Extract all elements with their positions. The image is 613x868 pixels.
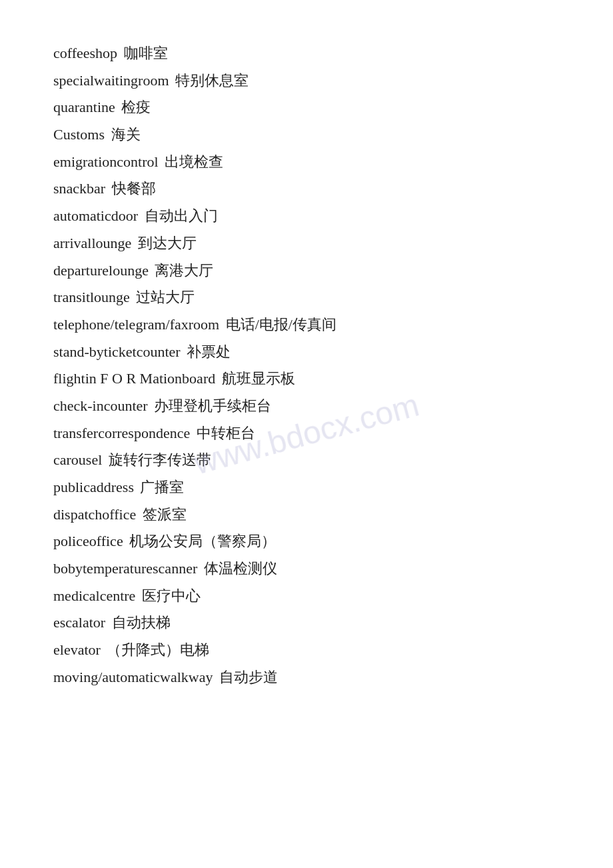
- english-term: elevator: [53, 641, 101, 658]
- list-item: automaticdoor 自动出入门: [53, 203, 560, 230]
- english-term: automaticdoor: [53, 207, 138, 224]
- chinese-translation: 特别休息室: [172, 72, 249, 89]
- chinese-translation: 快餐部: [108, 180, 156, 197]
- english-term: dispatchoffice: [53, 506, 136, 523]
- list-item: transitlounge 过站大厅: [53, 284, 560, 311]
- chinese-translation: 补票处: [183, 343, 231, 360]
- chinese-translation: 医疗中心: [138, 587, 201, 604]
- list-item: coffeeshop 咖啡室: [53, 40, 560, 67]
- list-item: quarantine 检疫: [53, 94, 560, 121]
- english-term: stand-byticketcounter: [53, 343, 181, 360]
- list-item: dispatchoffice 签派室: [53, 501, 560, 529]
- chinese-translation: 航班显示板: [218, 370, 295, 387]
- english-term: medicalcentre: [53, 587, 135, 604]
- list-item: Customs 海关: [53, 121, 560, 149]
- list-item: telephone/telegram/faxroom 电话/电报/传真间: [53, 311, 560, 339]
- english-term: carousel: [53, 451, 102, 468]
- english-term: escalator: [53, 614, 105, 631]
- chinese-translation: 体温检测仪: [200, 560, 277, 577]
- chinese-translation: 过站大厅: [133, 289, 195, 305]
- list-item: elevator （升降式）电梯: [53, 637, 560, 664]
- chinese-translation: 广播室: [137, 479, 185, 495]
- vocabulary-list: coffeeshop 咖啡室specialwaitingroom 特别休息室qu…: [53, 40, 560, 691]
- chinese-translation: 中转柜台: [193, 425, 255, 441]
- list-item: bobytemperaturescanner 体温检测仪: [53, 555, 560, 583]
- chinese-translation: 机场公安局（警察局）: [126, 533, 277, 549]
- chinese-translation: 电话/电报/传真间: [222, 316, 336, 333]
- chinese-translation: 自动步道: [216, 669, 279, 685]
- english-term: specialwaitingroom: [53, 72, 169, 89]
- list-item: flightin F O R Mationboard 航班显示板: [53, 365, 560, 393]
- list-item: snackbar 快餐部: [53, 175, 560, 203]
- list-item: medicalcentre 医疗中心: [53, 583, 560, 610]
- list-item: policeoffice 机场公安局（警察局）: [53, 528, 560, 555]
- chinese-translation: 到达大厅: [134, 235, 197, 251]
- english-term: transfercorrespondence: [53, 425, 190, 441]
- english-term: flightin F O R Mationboard: [53, 370, 215, 387]
- list-item: carousel 旋转行李传送带: [53, 447, 560, 474]
- chinese-translation: 咖啡室: [120, 45, 168, 61]
- list-item: specialwaitingroom 特别休息室: [53, 67, 560, 95]
- english-term: transitlounge: [53, 289, 130, 305]
- list-item: departurelounge 离港大厅: [53, 257, 560, 285]
- list-item: publicaddress 广播室: [53, 474, 560, 501]
- chinese-translation: 出境检查: [161, 153, 224, 170]
- chinese-translation: 签派室: [139, 506, 187, 523]
- chinese-translation: 自动扶梯: [108, 614, 171, 631]
- english-term: emigrationcontrol: [53, 153, 159, 170]
- english-term: quarantine: [53, 99, 115, 115]
- english-term: moving/automaticwalkway: [53, 669, 213, 685]
- english-term: snackbar: [53, 180, 105, 197]
- english-term: check-incounter: [53, 397, 148, 414]
- chinese-translation: 海关: [107, 126, 141, 143]
- list-item: moving/automaticwalkway 自动步道: [53, 664, 560, 691]
- english-term: Customs: [53, 126, 105, 143]
- english-term: policeoffice: [53, 533, 123, 549]
- list-item: check-incounter 办理登机手续柜台: [53, 393, 560, 420]
- english-term: telephone/telegram/faxroom: [53, 316, 219, 333]
- list-item: transfercorrespondence 中转柜台: [53, 420, 560, 447]
- english-term: departurelounge: [53, 262, 149, 279]
- chinese-translation: 自动出入门: [141, 207, 218, 224]
- english-term: coffeeshop: [53, 45, 117, 61]
- list-item: escalator 自动扶梯: [53, 609, 560, 637]
- english-term: publicaddress: [53, 479, 134, 495]
- list-item: emigrationcontrol 出境检查: [53, 149, 560, 176]
- english-term: bobytemperaturescanner: [53, 560, 197, 577]
- chinese-translation: 检疫: [118, 99, 151, 115]
- chinese-translation: 离港大厅: [151, 262, 214, 279]
- chinese-translation: （升降式）电梯: [103, 641, 210, 658]
- list-item: stand-byticketcounter 补票处: [53, 339, 560, 366]
- chinese-translation: 旋转行李传送带: [105, 451, 211, 468]
- list-item: arrivallounge 到达大厅: [53, 230, 560, 257]
- english-term: arrivallounge: [53, 235, 131, 251]
- chinese-translation: 办理登机手续柜台: [151, 397, 272, 414]
